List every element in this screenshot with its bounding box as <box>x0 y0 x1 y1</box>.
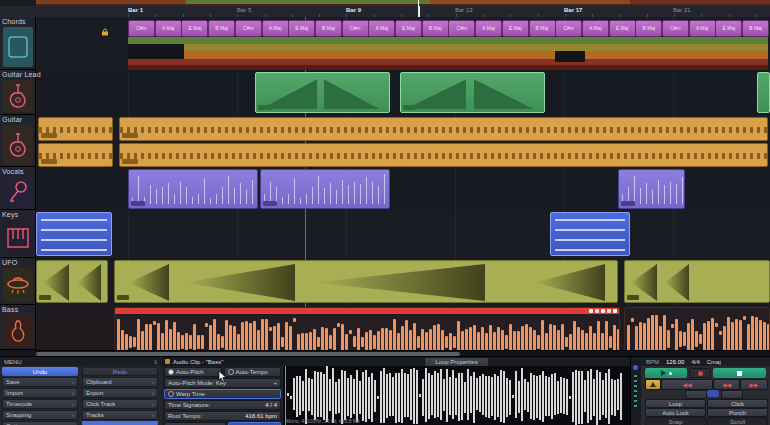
chord-clip[interactable]: A Maj <box>368 20 395 37</box>
chord-clip[interactable]: B Maj <box>742 20 769 37</box>
record-button[interactable] <box>689 368 711 378</box>
midi-clip-keys[interactable] <box>36 212 112 256</box>
return-to-start-button[interactable]: ◀◀ <box>661 379 713 390</box>
chord-clip[interactable]: C#m <box>555 20 582 37</box>
rewind-button[interactable]: ◀◀ <box>713 379 740 390</box>
menu-item-clipboard[interactable]: Clipboard› <box>82 377 158 387</box>
toggle-loop[interactable]: Loop <box>645 399 706 408</box>
mini-right-button[interactable] <box>721 390 743 399</box>
forward-button[interactable]: ▶▶ <box>740 379 768 390</box>
menu-item-options[interactable]: Options› <box>2 421 78 425</box>
chord-clip[interactable]: A Maj <box>582 20 609 37</box>
toggle-click[interactable]: Click <box>707 399 768 408</box>
vocal-wave-bar <box>294 178 295 204</box>
menu-item-snapping[interactable]: Snapping› <box>2 410 78 420</box>
audio-clip-guitar[interactable] <box>38 117 113 141</box>
meter-knob[interactable] <box>633 365 638 370</box>
audio-clip-ufo[interactable] <box>36 260 108 303</box>
lock-icon[interactable] <box>101 22 109 30</box>
play-button[interactable] <box>645 368 687 378</box>
chord-clip[interactable]: E Maj <box>288 20 315 37</box>
auto-tempo-radio[interactable]: Auto-Tempo <box>224 367 282 377</box>
chord-clip[interactable]: A Maj <box>689 20 716 37</box>
waveform-display[interactable] <box>283 366 630 425</box>
track-name: Keys <box>2 211 18 218</box>
menu-item-import[interactable]: Import› <box>2 388 78 398</box>
menu-item-save[interactable]: Save› <box>2 377 78 387</box>
midi-clip-keys[interactable] <box>550 212 630 256</box>
clip-titlebar-icon[interactable] <box>601 309 605 313</box>
track-header-bass[interactable]: Bass <box>0 305 36 350</box>
chord-clip[interactable]: B Maj <box>208 20 235 37</box>
audio-clip-vocals[interactable] <box>128 169 258 209</box>
track-header-keys[interactable]: Keys <box>0 210 36 258</box>
chord-clip[interactable]: C#m <box>235 20 262 37</box>
root-tempo-row[interactable]: Root Tempo:416.61 bpm <box>164 411 281 421</box>
chord-clip[interactable]: C#m <box>128 20 155 37</box>
menu-item-click-track[interactable]: Click Track› <box>82 399 158 409</box>
redo-button[interactable]: Redo <box>82 367 158 376</box>
metronome-button[interactable] <box>645 379 661 390</box>
chord-clip[interactable]: C#m <box>662 20 689 37</box>
mini-fader[interactable] <box>707 390 719 397</box>
audio-clip-guitar[interactable] <box>119 117 768 141</box>
track-header-guitar-lead[interactable]: Guitar Lead <box>0 70 36 115</box>
bpm-value[interactable]: 126.00 <box>666 359 684 365</box>
auto-pitch-radio[interactable]: Auto-Pitch <box>164 367 222 377</box>
loop-properties-button[interactable]: Loop Properties <box>424 357 488 367</box>
chord-clip[interactable]: E Maj <box>609 20 636 37</box>
time-signature-row[interactable]: Time Signature:4 / 4 <box>164 400 281 410</box>
chord-clip[interactable]: B Maj <box>635 20 662 37</box>
track-header-ufo[interactable]: UFO <box>0 258 36 305</box>
ufo-wave-fan <box>315 264 485 301</box>
chord-clip[interactable]: B Maj <box>315 20 342 37</box>
chord-clip[interactable]: A Maj <box>155 20 182 37</box>
track-header-chords[interactable]: Chords <box>0 17 36 70</box>
midi-clip-guitar-lead[interactable] <box>400 72 545 113</box>
clip-selection-titlebar[interactable] <box>115 308 620 314</box>
toggle-snap[interactable]: Snap <box>645 417 706 425</box>
audio-clip-guitar[interactable] <box>119 143 768 167</box>
mini-left-button[interactable] <box>685 390 707 399</box>
stop-button[interactable] <box>713 368 766 378</box>
audio-clip-ufo[interactable] <box>114 260 618 303</box>
track-header-guitar[interactable]: Guitar <box>0 115 36 167</box>
toggle-scroll[interactable]: Scroll <box>707 417 768 425</box>
key-value[interactable]: Cmaj <box>707 359 721 365</box>
ruler-bar-label: Bar 9 <box>346 7 361 13</box>
chord-clip[interactable]: E Maj <box>181 20 208 37</box>
vocal-wave-bar <box>342 180 343 204</box>
undo-button[interactable]: Undo <box>2 367 78 376</box>
menu-bottom-accent[interactable] <box>82 421 158 425</box>
chord-clip[interactable]: E Maj <box>715 20 742 37</box>
menu-item-tracks[interactable]: Tracks› <box>82 410 158 420</box>
chord-clip[interactable]: C#m <box>342 20 369 37</box>
clip-titlebar-icon[interactable] <box>589 309 593 313</box>
chord-clip[interactable]: A Maj <box>475 20 502 37</box>
chord-clip[interactable]: C#m <box>448 20 475 37</box>
warp-time-button[interactable]: Warp Time <box>164 389 281 399</box>
chord-clip[interactable]: A Maj <box>262 20 289 37</box>
toggle-punch[interactable]: Punch <box>707 408 768 417</box>
chord-clip[interactable]: E Maj <box>502 20 529 37</box>
toggle-auto-lock[interactable]: Auto Lock <box>645 408 706 417</box>
midi-clip-guitar-lead[interactable] <box>255 72 390 113</box>
pin-icon[interactable]: ⇓ <box>153 358 158 365</box>
menu-item-export[interactable]: Export› <box>82 388 158 398</box>
bass-wave-bar <box>719 331 722 335</box>
clip-titlebar-icon[interactable] <box>595 309 599 313</box>
arrangement-area[interactable]: ChordsGuitar LeadGuitarVocalsKeysUFOBass… <box>0 17 770 356</box>
chord-clip[interactable]: B Maj <box>529 20 556 37</box>
menu-item-timecode[interactable]: Timecode› <box>2 399 78 409</box>
audio-clip-ufo[interactable] <box>624 260 770 303</box>
chord-clip[interactable]: B Maj <box>422 20 449 37</box>
clip-titlebar-icon[interactable] <box>613 309 617 313</box>
audio-clip-vocals[interactable] <box>618 169 685 209</box>
time-signature-value[interactable]: 4/4 <box>691 359 699 365</box>
audio-clip-vocals[interactable] <box>260 169 390 209</box>
audio-clip-guitar[interactable] <box>38 143 113 167</box>
midi-clip-guitar-lead[interactable] <box>757 72 770 113</box>
chord-clip[interactable]: E Maj <box>395 20 422 37</box>
clip-titlebar-icon[interactable] <box>607 309 611 313</box>
track-header-vocals[interactable]: Vocals <box>0 167 36 210</box>
